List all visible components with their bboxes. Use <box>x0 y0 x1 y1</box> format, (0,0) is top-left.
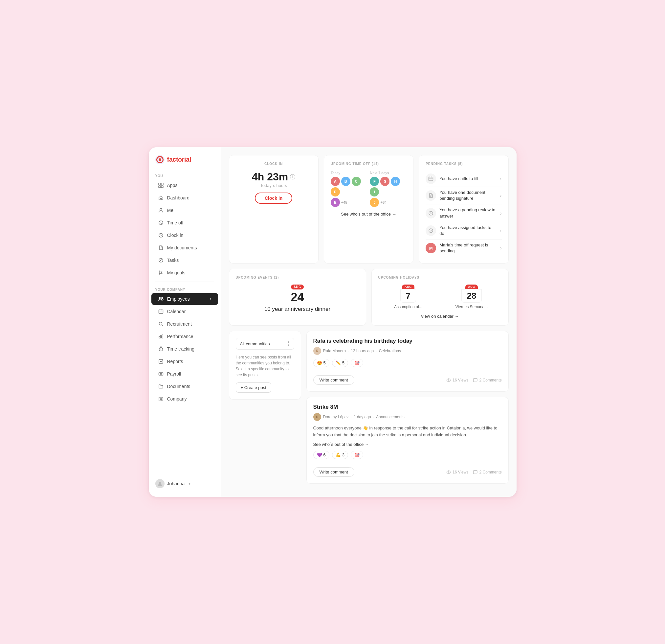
write-comment-button[interactable]: Write comment <box>313 467 354 477</box>
sidebar-item-clockin-label: Clock in <box>167 233 184 238</box>
pending-tasks-label: PENDING TASKS (5) <box>425 162 501 166</box>
reaction-target[interactable]: 🎯 <box>351 359 363 367</box>
reaction-muscle[interactable]: 💪 3 <box>332 451 348 459</box>
svg-rect-19 <box>159 397 163 401</box>
search-icon <box>158 321 164 327</box>
check-circle-icon <box>158 257 164 263</box>
sidebar-item-company[interactable]: Company <box>151 393 218 405</box>
task-item-shifts[interactable]: You have shifts to fill › <box>425 171 501 187</box>
sidebar-item-employees[interactable]: Employees › <box>151 293 218 305</box>
sidebar-item-recruitment-label: Recruitment <box>167 321 192 327</box>
author-avatar: R <box>313 347 321 355</box>
task-icon <box>425 225 436 236</box>
post-time: 1 day ago <box>354 415 371 419</box>
post-author: Rafa Manero <box>323 349 346 353</box>
task-item-maria[interactable]: M María's time off request is pending › <box>425 240 501 257</box>
arrow-right-icon: › <box>500 176 502 181</box>
sidebar-item-me[interactable]: Me <box>151 204 218 216</box>
sidebar-item-mygoals-label: My goals <box>167 270 186 275</box>
home-icon <box>158 195 164 201</box>
create-post-button[interactable]: + Create post <box>236 383 271 393</box>
svg-point-27 <box>448 472 449 473</box>
sidebar-item-tasks[interactable]: Tasks <box>151 254 218 266</box>
community-description: Here you can see posts from all the comm… <box>236 354 294 378</box>
logo-icon <box>155 155 165 164</box>
holiday-month: AUG <box>466 284 478 289</box>
arrow-right-icon: › <box>500 210 502 216</box>
post-category: Announcements <box>376 415 404 419</box>
events-card: UPCOMING EVENTS (2) AUG 24 10 year anniv… <box>229 269 366 326</box>
svg-rect-21 <box>161 398 162 399</box>
sidebar-item-timetracking[interactable]: Time tracking <box>151 343 218 355</box>
sidebar-item-mydocuments-label: My documents <box>167 245 197 251</box>
sidebar-item-reports[interactable]: Reports <box>151 355 218 367</box>
task-item-assigned[interactable]: You have assigned tasks to do › <box>425 222 501 240</box>
post-comments: 2 Comments <box>473 378 501 383</box>
doc-icon <box>425 190 436 201</box>
user-icon <box>158 207 164 213</box>
holidays-card: UPCOMING HOLIDAYS AUG 7 Assumption of...… <box>372 269 509 326</box>
svg-point-8 <box>159 297 161 299</box>
info-icon[interactable]: i <box>290 174 295 179</box>
sidebar-item-mydocuments[interactable]: My documents <box>151 242 218 254</box>
post-author: Dorothy López <box>323 415 349 419</box>
sidebar-item-clockin[interactable]: Clock in <box>151 229 218 241</box>
svg-point-4 <box>160 208 162 210</box>
avatar: C <box>352 177 361 186</box>
reaction-heart-eyes[interactable]: 😍 5 <box>313 359 329 367</box>
svg-rect-14 <box>162 335 163 338</box>
avatar: A <box>331 177 340 186</box>
logo-text: factorial <box>167 156 191 163</box>
svg-point-26 <box>448 380 449 381</box>
sidebar-item-documents[interactable]: Documents <box>151 381 218 392</box>
events-label: UPCOMING EVENTS (2) <box>236 276 359 279</box>
next7-column: Next 7 days F G H I J +84 <box>370 171 406 207</box>
sidebar-item-reports-label: Reports <box>167 359 183 364</box>
avatar: D <box>331 187 340 197</box>
reaction-target2[interactable]: 🎯 <box>351 451 363 459</box>
holiday-name: Viernes Semana... <box>442 305 502 309</box>
see-whos-out-link[interactable]: See who's out of the office → <box>331 211 406 217</box>
post-stats: 16 Views 2 Comments <box>446 378 502 383</box>
reaction-heart-purple[interactable]: 💜 6 <box>313 451 329 459</box>
sidebar-item-calendar[interactable]: Calendar <box>151 306 218 317</box>
folder-icon <box>158 383 164 389</box>
post-meta: D Dorothy López · 1 day ago · Announceme… <box>313 413 502 421</box>
post-footer: Write comment 16 Views 2 Comments <box>313 371 502 385</box>
post-body: Good afternoon everyone 👋 In response to… <box>313 425 502 439</box>
task-item-review[interactable]: You have a pending review to answer › <box>425 204 501 222</box>
sidebar-item-timeoff[interactable]: Time off <box>151 217 218 229</box>
dollar-icon <box>158 371 164 377</box>
sidebar-item-recruitment[interactable]: Recruitment <box>151 318 218 330</box>
sidebar-item-payroll[interactable]: Payroll <box>151 368 218 380</box>
write-comment-button[interactable]: Write comment <box>313 375 354 385</box>
post-category: Celebrations <box>379 349 401 353</box>
down-arrow: ▼ <box>287 344 290 347</box>
avatar: G <box>380 177 390 186</box>
time-off-card: UPCOMING TIME OFF (14) Today A B C D E +… <box>324 155 414 264</box>
building-icon <box>158 396 164 402</box>
task-item-document[interactable]: You have one document pending signature … <box>425 187 501 204</box>
svg-rect-17 <box>158 373 163 375</box>
holiday-item-1: AUG 28 Viernes Semana... <box>442 284 502 309</box>
second-row: UPCOMING EVENTS (2) AUG 24 10 year anniv… <box>229 269 509 326</box>
sidebar-user[interactable]: Johanna ▾ <box>149 476 221 492</box>
svg-rect-0 <box>158 183 160 185</box>
sidebar-item-apps[interactable]: Apps <box>151 179 218 191</box>
post-see-out-link[interactable]: See who´s out of the office → <box>313 442 502 447</box>
holiday-day: 7 <box>400 289 416 302</box>
pending-tasks-card: PENDING TASKS (5) You have shifts to fil… <box>419 155 508 264</box>
today-column: Today A B C D E +45 <box>331 171 367 207</box>
chevron-down-icon: ▾ <box>189 481 190 486</box>
view-on-calendar-link[interactable]: View on calendar → <box>378 314 502 319</box>
sidebar-item-dashboard[interactable]: Dashboard <box>151 192 218 204</box>
author-avatar: D <box>313 413 321 421</box>
next7-avatars-row2: J +84 <box>370 198 406 207</box>
clock-in-button[interactable]: Clock in <box>255 192 292 204</box>
sidebar-item-mygoals[interactable]: My goals <box>151 267 218 279</box>
up-arrow: ▲ <box>287 341 290 343</box>
reaction-pencil[interactable]: ✏️ 5 <box>332 359 348 367</box>
clock-in-card: CLOCK IN 4h 23m i Today´s hours Clock in <box>229 155 319 264</box>
sidebar-item-performance[interactable]: Performance <box>151 331 218 343</box>
community-selector[interactable]: All communities ▲ ▼ <box>236 338 294 350</box>
